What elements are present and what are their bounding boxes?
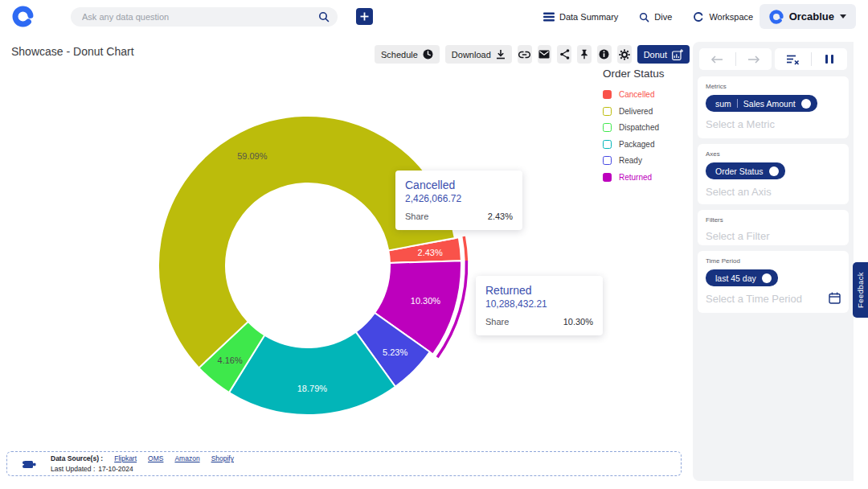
time-period-placeholder[interactable]: Select a Time Period bbox=[706, 293, 802, 305]
source-link-amazon[interactable]: Amazon bbox=[174, 454, 199, 462]
data-source-bar: Data Source(s) : Flipkart OMS Amazon Sho… bbox=[6, 451, 682, 476]
search-input[interactable] bbox=[71, 7, 338, 27]
slice-label-cancelled: 2.43% bbox=[418, 248, 443, 257]
plus-icon bbox=[360, 12, 369, 21]
sources-label: Data Source(s) : bbox=[51, 454, 103, 462]
slice-label-returned: 10.30% bbox=[411, 296, 441, 306]
feedback-label: Feedback bbox=[856, 272, 865, 308]
highlight-ring-cancelled bbox=[464, 236, 466, 261]
filters-card: Filters Select a Filter bbox=[698, 210, 849, 245]
nav-data-summary[interactable]: Data Summary bbox=[543, 12, 618, 22]
tooltip-title: Returned bbox=[485, 284, 593, 297]
account-name: Orcablue bbox=[789, 10, 834, 23]
list-icon bbox=[543, 12, 555, 22]
arrow-right-icon bbox=[747, 55, 760, 64]
time-period-card: Time Period last 45 day Select a Time Pe… bbox=[698, 251, 849, 313]
divider bbox=[737, 99, 738, 108]
nav-dive-label: Dive bbox=[654, 12, 672, 22]
history-nav-card bbox=[699, 48, 772, 70]
orcablue-small-logo-icon bbox=[769, 10, 784, 24]
tooltip-share-label: Share bbox=[405, 212, 428, 221]
app-window: Data Summary Dive Workspace Help bbox=[0, 0, 868, 489]
metric-placeholder[interactable]: Select a Metric bbox=[706, 118, 841, 130]
pause-icon bbox=[825, 55, 833, 64]
time-period-label: Time Period bbox=[706, 257, 841, 265]
nav-dive[interactable]: Dive bbox=[639, 12, 672, 23]
tooltip-value: 10,288,432.21 bbox=[485, 298, 593, 310]
search-icon[interactable] bbox=[318, 11, 330, 23]
ask-question-search bbox=[71, 7, 338, 27]
arrow-left-icon bbox=[710, 55, 723, 64]
slice-label-dispatched: 4.16% bbox=[218, 355, 243, 365]
filter-placeholder[interactable]: Select a Filter bbox=[706, 230, 841, 242]
source-link-oms[interactable]: OMS bbox=[148, 454, 163, 462]
last-updated-value: 17-10-2024 bbox=[98, 465, 133, 473]
tooltip-share-label: Share bbox=[485, 317, 509, 327]
time-chip-value: last 45 day bbox=[715, 273, 756, 283]
time-period-chip[interactable]: last 45 day bbox=[706, 269, 778, 286]
actions-nav-card bbox=[775, 48, 847, 70]
remove-axis-icon[interactable] bbox=[769, 166, 779, 176]
tooltip-value: 2,426,066.72 bbox=[405, 193, 513, 204]
axis-chip-value: Order Status bbox=[715, 166, 764, 176]
metrics-label: Metrics bbox=[706, 83, 841, 90]
metrics-card: Metrics sum Sales Amount Select a Metric bbox=[698, 76, 849, 138]
slice-label-delivered: 59.09% bbox=[237, 151, 268, 161]
tooltip-cancelled: Cancelled 2,426,066.72 Share 2.43% bbox=[395, 171, 522, 230]
filters-label: Filters bbox=[706, 216, 841, 224]
source-link-flipkart[interactable]: Flipkart bbox=[114, 454, 137, 462]
tooltip-share-value: 2.43% bbox=[488, 212, 513, 221]
tooltip-share-value: 10.30% bbox=[563, 317, 593, 327]
slice-label-packaged: 18.79% bbox=[297, 384, 328, 393]
metric-chip[interactable]: sum Sales Amount bbox=[706, 95, 817, 112]
calendar-icon[interactable] bbox=[829, 292, 841, 304]
config-sidebar: Metrics sum Sales Amount Select a Metric… bbox=[693, 42, 854, 481]
remove-metric-icon[interactable] bbox=[801, 99, 811, 109]
data-sources-icon bbox=[20, 458, 36, 471]
nav-workspace-label: Workspace bbox=[709, 12, 753, 22]
last-updated-label: Last Updated : bbox=[51, 465, 95, 473]
metric-chip-prefix: sum bbox=[715, 99, 731, 109]
metric-chip-value: Sales Amount bbox=[743, 99, 796, 109]
tooltip-returned: Returned 10,288,432.21 Share 10.30% bbox=[476, 276, 603, 335]
nav-data-summary-label: Data Summary bbox=[559, 12, 618, 22]
orcablue-logo-icon bbox=[12, 6, 34, 27]
clear-filter-icon bbox=[786, 54, 800, 65]
remove-time-period-icon[interactable] bbox=[762, 273, 772, 283]
slice-label-ready: 5.23% bbox=[383, 347, 407, 357]
new-question-button[interactable] bbox=[356, 8, 373, 25]
pause-button[interactable] bbox=[812, 48, 848, 70]
source-link-shopify[interactable]: Shopify bbox=[211, 454, 234, 462]
axes-card: Axes Order Status Select an Axis bbox=[698, 144, 849, 204]
axes-label: Axes bbox=[706, 150, 841, 158]
axis-placeholder[interactable]: Select an Axis bbox=[706, 186, 841, 198]
magnifier-icon bbox=[639, 12, 649, 23]
axis-chip[interactable]: Order Status bbox=[706, 162, 785, 179]
back-button[interactable] bbox=[699, 48, 735, 70]
top-header: Data Summary Dive Workspace Help bbox=[0, 0, 868, 34]
donut-chart: 2.43%10.30%5.23%18.79%4.16%59.09% bbox=[0, 34, 691, 452]
clear-filters-button[interactable] bbox=[775, 48, 811, 70]
feedback-tab[interactable]: Feedback bbox=[853, 262, 868, 318]
tooltip-title: Cancelled bbox=[405, 179, 513, 191]
forward-button[interactable] bbox=[736, 48, 772, 70]
chevron-down-icon bbox=[840, 14, 846, 18]
workspace-icon bbox=[693, 11, 704, 23]
nav-workspace[interactable]: Workspace bbox=[693, 11, 753, 23]
account-menu-button[interactable]: Orcablue bbox=[760, 4, 856, 29]
